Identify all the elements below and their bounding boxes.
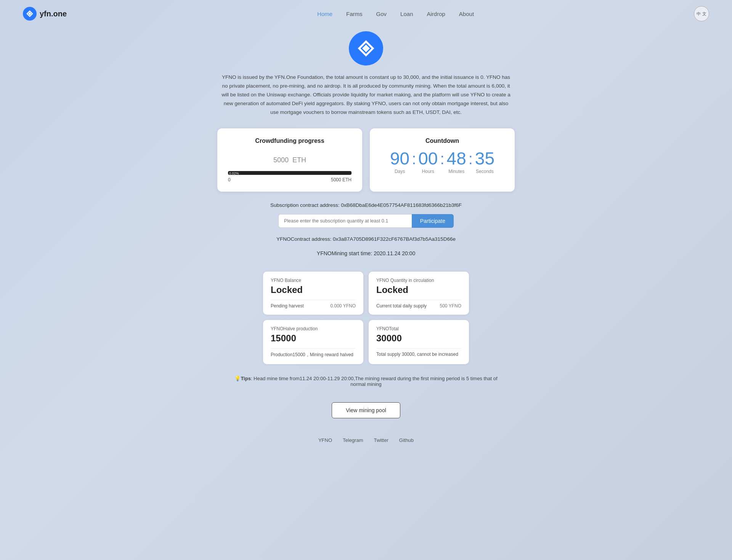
yfno-circulation-detail: Current total daily supply 500 YFNO bbox=[376, 303, 461, 309]
main-content: YFNO is issued by the YFN.One Foundation… bbox=[0, 27, 732, 466]
yfno-total-card: YFNOTotal 30000 Total supply 30000, cann… bbox=[369, 320, 469, 364]
countdown-minutes-unit: 48 Minutes bbox=[447, 150, 466, 174]
countdown-sep-1: : bbox=[412, 150, 416, 168]
nav-farms[interactable]: Farms bbox=[346, 11, 363, 17]
view-mining-pool-button[interactable]: View mining pool bbox=[332, 402, 400, 418]
crowdfunding-card: Crowdfunding progress 5000 ETH 0.02% 0 5… bbox=[217, 128, 362, 192]
subscription-contract-address: Subscription contract address: 0xB68DbaE… bbox=[270, 202, 462, 208]
countdown-hours-unit: 00 Hours bbox=[418, 150, 438, 174]
participate-button[interactable]: Participate bbox=[412, 214, 454, 228]
nav-airdrop[interactable]: Airdrop bbox=[427, 11, 445, 17]
countdown-seconds-unit: 35 Seconds bbox=[475, 150, 494, 174]
countdown-days-unit: 90 Days bbox=[390, 150, 409, 174]
progress-max: 5000 ETH bbox=[331, 177, 352, 182]
tips-text: Head mine time from11.24 20:00-11.29 20:… bbox=[254, 376, 498, 387]
countdown-card: Countdown 90 Days : 00 Hours : 48 Minute… bbox=[370, 128, 515, 192]
yfno-total-detail-label: Total supply 30000, cannot be increased bbox=[376, 352, 458, 357]
countdown-sep-2: : bbox=[440, 150, 444, 168]
yfno-balance-card: YFNO Balance Locked Pending harvest 0.00… bbox=[263, 272, 363, 315]
yfno-circulation-card: YFNO Quantity in circulation Locked Curr… bbox=[369, 272, 469, 315]
footer-links: YFNO Telegram Twitter Github bbox=[318, 437, 414, 443]
nav-about[interactable]: About bbox=[459, 11, 474, 17]
yfno-balance-value: Locked bbox=[271, 285, 356, 295]
yfno-circulation-detail-amount: 500 YFNO bbox=[440, 303, 461, 309]
yfno-balance-detail-label: Pending harvest bbox=[271, 303, 304, 309]
yfno-halve-subtitle: YFNOHalve production bbox=[271, 326, 356, 331]
footer-github[interactable]: Github bbox=[399, 437, 414, 443]
countdown-hours: 00 bbox=[418, 150, 438, 167]
tips-section: 💡Tips: Head mine time from11.24 20:00-11… bbox=[229, 376, 503, 387]
nav-gov[interactable]: Gov bbox=[376, 11, 387, 17]
crowdfunding-amount: 5000 ETH bbox=[228, 150, 352, 166]
logo-icon bbox=[23, 7, 37, 21]
footer-telegram[interactable]: Telegram bbox=[343, 437, 363, 443]
crowdfunding-unit: ETH bbox=[292, 156, 306, 164]
yfno-circulation-subtitle: YFNO Quantity in circulation bbox=[376, 278, 461, 283]
hero-logo-icon bbox=[349, 31, 383, 66]
yfno-contract-address: YFNOContract address: 0x3a87A705D8961F32… bbox=[276, 236, 456, 242]
yfno-balance-subtitle: YFNO Balance bbox=[271, 278, 356, 283]
yfno-balance-detail-amount: 0.000 YFNO bbox=[331, 303, 356, 309]
countdown-seconds: 35 bbox=[475, 150, 494, 167]
language-button[interactable]: 中 文 bbox=[694, 6, 709, 21]
nav-loan[interactable]: Loan bbox=[400, 11, 413, 17]
logo[interactable]: yfn.one bbox=[23, 7, 67, 21]
progress-label: 0.02% bbox=[228, 171, 240, 176]
yfno-circulation-value: Locked bbox=[376, 285, 461, 295]
yfno-balance-detail: Pending harvest 0.000 YFNO bbox=[271, 303, 356, 309]
yfno-halve-card: YFNOHalve production 15000 Production150… bbox=[263, 320, 363, 364]
countdown-hours-label: Hours bbox=[422, 169, 434, 174]
footer-yfno[interactable]: YFNO bbox=[318, 437, 332, 443]
yfno-total-subtitle: YFNOTotal bbox=[376, 326, 461, 331]
countdown-seconds-label: Seconds bbox=[476, 169, 494, 174]
progress-range: 0 5000 ETH bbox=[228, 177, 352, 182]
cards-row: Crowdfunding progress 5000 ETH 0.02% 0 5… bbox=[217, 128, 515, 192]
yfno-halve-value: 15000 bbox=[271, 333, 356, 344]
countdown-days-label: Days bbox=[395, 169, 405, 174]
subscribe-row: Participate bbox=[278, 214, 454, 228]
progress-bar-container: 0.02% bbox=[228, 171, 352, 175]
countdown-title: Countdown bbox=[380, 138, 504, 144]
countdown-days: 90 bbox=[390, 150, 409, 167]
countdown-minutes: 48 bbox=[447, 150, 466, 167]
nav-links: Home Farms Gov Loan Airdrop About bbox=[317, 11, 474, 17]
yfno-total-value: 30000 bbox=[376, 333, 461, 344]
mining-start-time: YFNOMining start time: 2020.11.24 20:00 bbox=[317, 250, 415, 256]
yfno-circulation-detail-label: Current total daily supply bbox=[376, 303, 427, 309]
countdown-minutes-label: Minutes bbox=[448, 169, 464, 174]
hero-description: YFNO is issued by the YFN.One Foundation… bbox=[221, 73, 511, 117]
tips-icon: 💡 bbox=[234, 376, 241, 381]
nav-home[interactable]: Home bbox=[317, 11, 332, 17]
yfno-halve-detail-label: Production15000，Mining reward halved bbox=[271, 352, 353, 358]
info-cards-grid: YFNO Balance Locked Pending harvest 0.00… bbox=[263, 272, 469, 364]
yfno-total-detail: Total supply 30000, cannot be increased bbox=[376, 352, 461, 357]
crowdfunding-title: Crowdfunding progress bbox=[228, 138, 352, 144]
countdown-row: 90 Days : 00 Hours : 48 Minutes : 35 Sec… bbox=[380, 150, 504, 174]
tips-label: Tips bbox=[241, 376, 251, 381]
footer-twitter[interactable]: Twitter bbox=[374, 437, 388, 443]
progress-min: 0 bbox=[228, 177, 231, 182]
navbar: yfn.one Home Farms Gov Loan Airdrop Abou… bbox=[0, 0, 732, 27]
subscription-input[interactable] bbox=[278, 214, 412, 228]
yfno-halve-detail: Production15000，Mining reward halved bbox=[271, 352, 356, 358]
logo-text: yfn.one bbox=[40, 10, 67, 18]
countdown-sep-3: : bbox=[469, 150, 473, 168]
